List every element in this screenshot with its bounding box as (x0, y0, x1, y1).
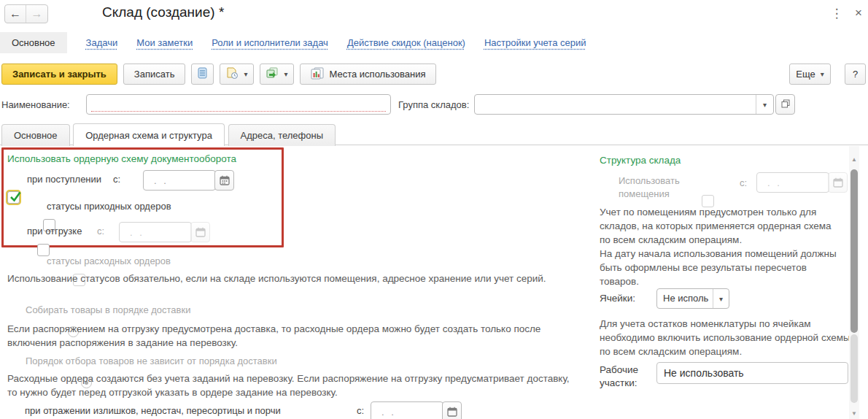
on-receipt-checkbox[interactable] (7, 191, 20, 204)
statuses-note: Использование статусов обязательно, если… (7, 272, 580, 285)
required-underline (91, 111, 386, 112)
forward-button[interactable]: → (26, 5, 47, 23)
combo-dropdown-icon[interactable]: ▾ (756, 95, 773, 114)
surplus-date-input[interactable]: . . (371, 401, 443, 419)
window-menu-icon[interactable]: ⋮ (830, 6, 843, 21)
close-icon[interactable]: × (852, 6, 865, 20)
scrollbar-thumb[interactable] (850, 169, 858, 333)
navlink-notes[interactable]: Мои заметки (136, 37, 193, 48)
calendar-icon (195, 227, 206, 237)
usage-places-button[interactable]: Места использования (300, 64, 436, 85)
pick-independent-note: Расходные ордера создаются без учета зад… (7, 372, 580, 399)
from-label: с: (113, 174, 120, 185)
page-title: Склад (создание) * (102, 4, 224, 20)
document-clock-icon (226, 67, 239, 82)
usage-places-label: Места использования (329, 69, 425, 80)
premises-note: Учет по помещениям предусмотрен только д… (600, 205, 845, 288)
calendar-icon (220, 175, 230, 185)
list-icon (198, 67, 207, 81)
group-open-button[interactable] (775, 94, 795, 115)
order-scheme-title: Использовать ордерную схему документообо… (7, 153, 236, 164)
copy-document-button[interactable]: ▾ (260, 64, 294, 85)
receipt-date-input[interactable]: . . (143, 170, 216, 191)
save-button[interactable]: Записать (123, 64, 186, 85)
group-value (475, 95, 756, 114)
scroll-down-icon[interactable]: ▼ (849, 409, 859, 419)
shipment-date-input: . . (119, 222, 192, 242)
on-receipt-label: при поступлении (27, 174, 101, 185)
history-nav-group: ← → (4, 4, 48, 23)
vertical-scrollbar[interactable]: ▲ ▼ (849, 146, 859, 419)
back-button[interactable]: ← (5, 5, 26, 23)
combo-dropdown-icon[interactable]: ▾ (713, 289, 729, 308)
copy-green-icon (266, 67, 279, 81)
open-icon (781, 99, 790, 110)
pick-by-delivery-note: Если распоряжением на отгрузку предусмот… (7, 322, 580, 350)
navlink-discounts[interactable]: Действие скидок (наценок) (347, 37, 465, 48)
dropdown-icon: ▾ (284, 70, 287, 78)
form-tabs: Основное Ордерная схема и структура Адре… (0, 123, 868, 145)
usage-places-icon (311, 67, 324, 82)
calendar-icon (447, 407, 457, 417)
check-icon (9, 191, 22, 204)
surplus-calendar-button[interactable] (442, 401, 462, 419)
cells-note: Для учета остатков номенклатуры по ячейк… (600, 317, 851, 358)
more-button[interactable]: Еще ▾ (789, 64, 831, 85)
on-shipment-label: при отгрузке (27, 226, 82, 237)
shipment-statuses-label: статусы расходных ордеров (47, 255, 171, 266)
from-label: с: (97, 226, 104, 237)
tab-order-scheme[interactable]: Ордерная схема и структура (73, 123, 225, 146)
dropdown-icon: ▾ (821, 70, 824, 78)
list-register-button[interactable] (191, 64, 214, 85)
related-links-bar: Основное Задачи Мои заметки Роли и испол… (0, 31, 586, 54)
cells-combo[interactable]: Не исполь ▾ (656, 288, 729, 309)
navlink-main[interactable]: Основное (0, 32, 67, 53)
help-button[interactable]: ? (845, 64, 866, 85)
tab-main[interactable]: Основное (1, 124, 70, 146)
from-label: с: (357, 405, 364, 416)
toolbar: Записать и закрыть Записать ▾ ▾ Места ис… (1, 64, 436, 85)
structure-title: Структура склада (600, 155, 681, 166)
on-surplus-label: при отражении излишков, недостач, пересо… (25, 405, 281, 416)
group-combo[interactable]: ▾ (474, 94, 774, 115)
cells-value: Не исполь (657, 289, 713, 308)
pick-independent-label: Порядок отбора товаров не зависит от пор… (26, 355, 277, 366)
on-shipment-checkbox[interactable] (37, 244, 50, 256)
work-areas-label: Рабочие участки: (600, 364, 652, 390)
work-areas-input[interactable]: Не использовать (656, 362, 848, 384)
more-label: Еще (796, 69, 815, 80)
group-label: Группа складов: (398, 99, 469, 110)
premises-date-input: . . (756, 172, 829, 193)
tab-addresses[interactable]: Адреса, телефоны (228, 124, 336, 146)
dropdown-icon: ▾ (244, 70, 247, 78)
receipt-calendar-button[interactable] (214, 170, 234, 191)
cells-label: Ячейки: (600, 293, 635, 304)
warehouse-create-window: ← → Склад (создание) * ⋮ × Основное Зада… (0, 0, 868, 419)
pick-by-delivery-label: Собирать товары в порядке доставки (26, 304, 190, 315)
receipt-statuses-label: статусы приходных ордеров (47, 201, 171, 212)
name-label: Наименование: (1, 99, 70, 110)
premises-calendar-button (828, 172, 848, 193)
from-label: с: (740, 177, 747, 188)
shipment-calendar-button (190, 222, 210, 242)
calendar-icon (833, 177, 843, 188)
scrollbar-track-lower[interactable] (850, 334, 858, 403)
navlink-tasks[interactable]: Задачи (86, 37, 118, 48)
name-input[interactable] (86, 94, 391, 115)
navlink-series[interactable]: Настройки учета серий (484, 37, 586, 48)
use-premises-label: Использовать помещения (619, 174, 706, 201)
navlink-roles[interactable]: Роли и исполнители задач (212, 37, 328, 48)
create-based-on-button[interactable]: ▾ (220, 64, 254, 85)
scroll-up-icon[interactable]: ▲ (849, 155, 859, 165)
save-and-close-button[interactable]: Записать и закрыть (1, 64, 117, 85)
